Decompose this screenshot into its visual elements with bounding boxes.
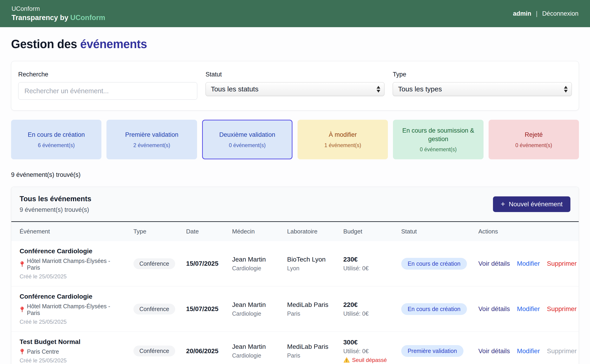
event-created: Créé le 25/05/2025 — [20, 273, 124, 280]
event-date: 20/06/2025 — [182, 332, 227, 364]
type-label: Type — [393, 71, 572, 78]
delete-link[interactable]: Supprimer — [547, 260, 577, 267]
lab-name: MediLab Paris — [287, 343, 334, 351]
type-select-value: Tous les types — [398, 85, 442, 93]
event-created: Créé le 25/05/2025 — [20, 319, 124, 325]
brand-tagline-accent: UConform — [70, 13, 105, 22]
table-row: Conférence Cardiologie Hôtel Marriott Ch… — [11, 241, 579, 286]
view-details-link[interactable]: Voir détails — [478, 260, 510, 267]
logout-link[interactable]: Déconnexion — [542, 10, 578, 17]
status-card-row: En cours de création 6 événement(s) Prem… — [11, 120, 579, 159]
status-card-en-cours-de-creation[interactable]: En cours de création 6 événement(s) — [11, 120, 101, 159]
lab-city: Paris — [287, 352, 334, 359]
user-block: admin | Déconnexion — [513, 10, 578, 17]
table-card-subtitle: 9 événement(s) trouvé(s) — [20, 206, 91, 214]
event-name: Test Budget Normal — [20, 338, 124, 345]
col-medecin: Médecin — [227, 222, 283, 241]
brand: UConform Transparency by UConform — [12, 5, 105, 22]
event-name: Conférence Cardiologie — [20, 247, 124, 255]
status-card-premiere-validation[interactable]: Première validation 2 événement(s) — [106, 120, 197, 159]
budget-used: Utilisé: 0€ — [343, 310, 392, 317]
table-row: Test Budget Normal Paris Centre Créé le … — [11, 332, 579, 364]
edit-link[interactable]: Modifier — [517, 347, 540, 355]
lab-city: Lyon — [287, 265, 334, 272]
status-badge: En cours de création — [401, 303, 467, 315]
new-event-button[interactable]: + Nouvel événement — [493, 196, 570, 212]
status-select[interactable]: Tous les statuts — [206, 82, 385, 96]
status-field-group: Statut Tous les statuts — [206, 71, 385, 100]
page-title: Gestion des événements — [11, 37, 579, 51]
col-actions: Actions — [474, 222, 579, 241]
main-content: Gestion des événements Recherche Statut … — [0, 37, 590, 364]
table-card-header: Tous les événements 9 événement(s) trouv… — [11, 187, 579, 222]
type-pill: Conférence — [133, 345, 175, 356]
budget-amount: 230€ — [343, 256, 392, 263]
status-badge: En cours de création — [401, 258, 467, 270]
event-date: 15/07/2025 — [182, 286, 227, 332]
doctor-name: Jean Martin — [232, 301, 278, 309]
event-location: Paris Centre — [27, 348, 59, 355]
event-name: Conférence Cardiologie — [20, 293, 124, 300]
budget-warning: Seuil dépassé — [343, 357, 392, 363]
view-details-link[interactable]: Voir détails — [478, 305, 510, 312]
warning-icon — [343, 357, 350, 363]
brand-tagline: Transparency by UConform — [12, 13, 105, 22]
status-card-en-cours-de-soumission[interactable]: En cours de soumission & gestion 0 événe… — [393, 120, 483, 159]
delete-link-disabled: Supprimer — [547, 347, 577, 355]
lab-city: Paris — [287, 310, 334, 317]
status-card-a-modifier[interactable]: À modifier 1 événement(s) — [298, 120, 388, 159]
event-location: Hôtel Marriott Champs-Élysées - Paris — [27, 303, 124, 316]
page-title-accent: événements — [80, 38, 147, 51]
status-card-rejete[interactable]: Rejeté 0 événement(s) — [489, 120, 579, 159]
budget-used: Utilisé: 0€ — [343, 265, 392, 272]
doctor-specialty: Cardiologie — [232, 265, 278, 272]
results-count: 9 événement(s) trouvé(s) — [11, 171, 579, 178]
doctor-specialty: Cardiologie — [232, 352, 278, 359]
col-date: Date — [182, 222, 227, 241]
col-type: Type — [129, 222, 182, 241]
type-field-group: Type Tous les types — [393, 71, 572, 100]
col-statut: Statut — [397, 222, 474, 241]
edit-link[interactable]: Modifier — [517, 305, 540, 312]
separator: | — [536, 10, 537, 17]
col-laboratoire: Laboratoire — [283, 222, 339, 241]
username: admin — [513, 10, 531, 17]
status-select-value: Tous les statuts — [211, 85, 259, 93]
budget-amount: 220€ — [343, 301, 392, 309]
status-card-deuxieme-validation[interactable]: Deuxième validation 0 événement(s) — [202, 120, 292, 159]
table-card-title: Tous les événements — [20, 195, 91, 203]
filter-card: Recherche Statut Tous les statuts Type T… — [11, 61, 579, 110]
table-row: Conférence Cardiologie Hôtel Marriott Ch… — [11, 286, 579, 332]
events-table: Événement Type Date Médecin Laboratoire … — [11, 222, 579, 364]
doctor-specialty: Cardiologie — [232, 310, 278, 317]
type-pill: Conférence — [133, 304, 175, 314]
search-input[interactable] — [18, 82, 197, 100]
type-select[interactable]: Tous les types — [393, 82, 572, 96]
top-bar: UConform Transparency by UConform admin … — [0, 0, 590, 27]
event-location: Hôtel Marriott Champs-Élysées - Paris — [27, 258, 124, 271]
lab-name: BioTech Lyon — [287, 256, 334, 263]
budget-amount: 300€ — [343, 339, 392, 346]
type-pill: Conférence — [133, 258, 175, 269]
lab-name: MediLab Paris — [287, 301, 334, 309]
edit-link[interactable]: Modifier — [517, 260, 540, 267]
doctor-name: Jean Martin — [232, 343, 278, 351]
search-field-group: Recherche — [18, 71, 197, 100]
plus-icon: + — [501, 200, 505, 208]
view-details-link[interactable]: Voir détails — [478, 347, 510, 355]
budget-used: Utilisé: 0€ — [343, 348, 392, 355]
brand-name: UConform — [12, 5, 105, 13]
col-budget: Budget — [339, 222, 397, 241]
status-badge: Première validation — [401, 345, 464, 357]
select-arrows-icon — [376, 86, 380, 92]
event-created: Créé le 25/05/2025 — [20, 357, 124, 364]
col-evenement: Événement — [11, 222, 129, 241]
doctor-name: Jean Martin — [232, 256, 278, 263]
event-date: 15/07/2025 — [182, 241, 227, 286]
search-label: Recherche — [18, 71, 197, 78]
map-pin-icon — [20, 349, 25, 355]
map-pin-icon — [20, 261, 25, 267]
delete-link[interactable]: Supprimer — [547, 305, 577, 312]
map-pin-icon — [20, 306, 25, 313]
select-arrows-icon — [564, 86, 568, 92]
